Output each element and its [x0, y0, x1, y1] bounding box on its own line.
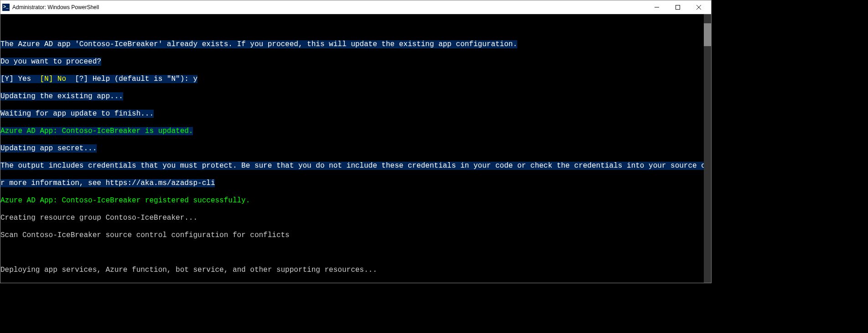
window-title: Administrator: Windows PowerShell — [12, 4, 646, 11]
scrollbar-thumb[interactable] — [704, 23, 711, 46]
output-blank — [0, 248, 5, 257]
minimize-icon — [655, 5, 659, 10]
maximize-button[interactable] — [667, 0, 688, 14]
scrollbar-track[interactable] — [704, 14, 711, 283]
output-line: r more information, see https://aka.ms/a… — [0, 179, 215, 187]
output-line: Updating the existing app... — [0, 92, 123, 100]
titlebar: >_ Administrator: Windows PowerShell — [0, 0, 711, 14]
powershell-icon: >_ — [2, 4, 10, 11]
output-line: Do you want to proceed? — [0, 58, 101, 66]
svg-rect-1 — [676, 5, 680, 9]
close-icon — [696, 5, 701, 10]
output-success: Azure AD App: Contoso-IceBreaker registe… — [0, 196, 250, 205]
output-line: Deploying app services, Azure function, … — [0, 266, 377, 274]
close-button[interactable] — [688, 0, 709, 14]
output-line: The output includes credentials that you… — [0, 162, 704, 170]
minimize-button[interactable] — [646, 0, 667, 14]
output-success: Azure AD App: Contoso-IceBreaker is upda… — [0, 127, 193, 135]
terminal-area[interactable]: The Azure AD app 'Contoso-IceBreaker' al… — [0, 14, 711, 283]
terminal-content: The Azure AD app 'Contoso-IceBreaker' al… — [0, 32, 704, 283]
prompt-yes: [Y] Yes — [0, 75, 40, 83]
output-line: Scan Contoso-IceBreaker source control c… — [0, 231, 290, 239]
output-line: Creating resource group Contoso-IceBreak… — [0, 214, 198, 222]
maximize-icon — [676, 5, 680, 10]
window-controls — [646, 0, 709, 14]
output-line: Waiting for app update to finish... — [0, 110, 154, 118]
output-line: The Azure AD app 'Contoso-IceBreaker' al… — [0, 40, 517, 48]
prompt-no: [N] No — [40, 75, 66, 83]
prompt-help: [?] Help (default is "N"): y — [66, 75, 198, 83]
powershell-window: >_ Administrator: Windows PowerShell The… — [0, 0, 712, 283]
output-line: Updating app secret... — [0, 144, 97, 153]
